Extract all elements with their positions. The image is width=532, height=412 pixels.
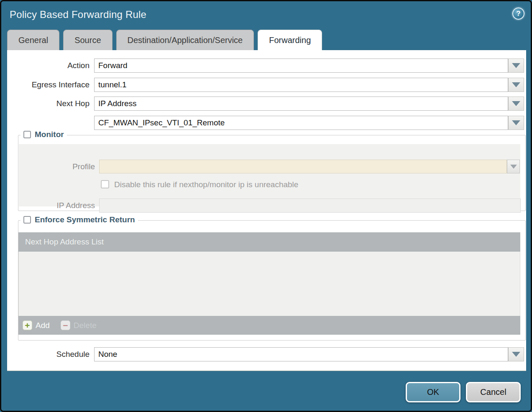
monitor-legend-label: Monitor: [35, 130, 64, 139]
tab-general[interactable]: General: [7, 30, 59, 50]
help-icon[interactable]: ?: [512, 8, 524, 20]
pbf-rule-dialog: { "dialog": { "title": "Policy Based For…: [0, 0, 532, 412]
forwarding-tab-panel: Action Forward Egress Interface tunnel.1…: [7, 50, 526, 371]
action-label: Action: [7, 58, 90, 73]
minus-icon: −: [61, 320, 70, 330]
delete-button[interactable]: − Delete: [61, 320, 97, 330]
monitor-ip-address-label: IP Address: [19, 198, 95, 212]
schedule-label: Schedule: [7, 347, 90, 361]
disable-rule-checkbox[interactable]: [101, 180, 109, 188]
next-hop-address-list-body[interactable]: [18, 252, 520, 316]
action-dropdown-button[interactable]: [508, 58, 524, 73]
tab-bar: General Source Destination/Application/S…: [7, 30, 322, 50]
next-hop-address-list-header: Next Hop Address List: [18, 232, 520, 252]
symmetric-return-legend: Enforce Symmetric Return: [20, 215, 138, 224]
chevron-down-icon: [512, 120, 520, 125]
plus-icon: +: [23, 320, 32, 330]
monitor-checkbox[interactable]: [23, 131, 31, 138]
add-button-label: Add: [36, 321, 50, 330]
egress-interface-label: Egress Interface: [7, 78, 90, 92]
next-hop-address-select[interactable]: CF_MWAN_IPsec_VTI_01_Remote: [94, 116, 508, 130]
tab-source[interactable]: Source: [63, 30, 112, 50]
symmetric-return-legend-label: Enforce Symmetric Return: [35, 215, 135, 224]
chevron-down-icon: [510, 165, 517, 169]
tab-forwarding[interactable]: Forwarding: [258, 30, 322, 50]
tab-destination-application-service[interactable]: Destination/Application/Service: [116, 30, 254, 50]
egress-interface-dropdown-button[interactable]: [508, 78, 524, 92]
next-hop-address-list-toolbar: + Add − Delete: [18, 316, 520, 335]
profile-select[interactable]: [99, 160, 507, 173]
next-hop-label: Next Hop: [7, 97, 90, 111]
add-button[interactable]: + Add: [23, 320, 50, 330]
disable-rule-label: Disable this rule if nexthop/monitor ip …: [114, 180, 298, 189]
schedule-dropdown-button[interactable]: [508, 347, 524, 361]
profile-label: Profile: [19, 160, 95, 173]
monitor-group: Monitor Profile Disable this rule if nex…: [18, 135, 526, 211]
egress-interface-select[interactable]: tunnel.1: [94, 78, 508, 92]
delete-button-label: Delete: [74, 321, 97, 330]
next-hop-type-dropdown-button[interactable]: [508, 97, 524, 111]
monitor-ip-address-input[interactable]: [99, 198, 521, 213]
dialog-title: Policy Based Forwarding Rule: [10, 9, 146, 20]
cancel-button[interactable]: Cancel: [466, 382, 521, 402]
monitor-legend: Monitor: [20, 130, 67, 139]
ok-button[interactable]: OK: [406, 382, 460, 402]
monitor-panel: Profile Disable this rule if nexthop/mon…: [19, 144, 520, 206]
profile-dropdown-button[interactable]: [507, 160, 520, 173]
action-select[interactable]: Forward: [94, 58, 508, 73]
schedule-select[interactable]: None: [94, 347, 508, 361]
chevron-down-icon: [512, 63, 520, 68]
next-hop-address-dropdown-button[interactable]: [508, 116, 524, 130]
next-hop-address-table: Next Hop Address List + Add − Delete: [18, 232, 520, 335]
chevron-down-icon: [512, 352, 520, 357]
symmetric-return-checkbox[interactable]: [23, 216, 31, 224]
symmetric-return-group: Enforce Symmetric Return Next Hop Addres…: [18, 220, 526, 341]
chevron-down-icon: [512, 101, 520, 106]
chevron-down-icon: [512, 82, 520, 87]
next-hop-type-select[interactable]: IP Address: [94, 97, 508, 111]
